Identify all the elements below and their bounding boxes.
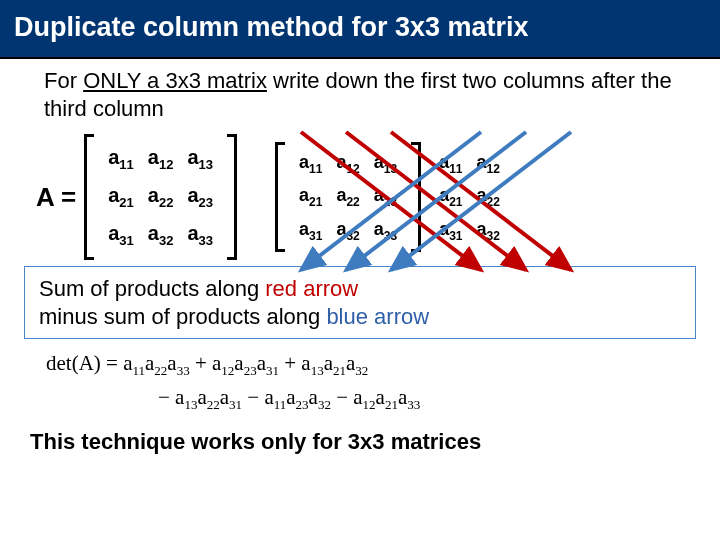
footnote-text: This technique works only for 3x3 matric… (0, 417, 720, 455)
cell: a (148, 146, 159, 168)
sub: 13 (184, 397, 197, 412)
a: a (257, 351, 266, 375)
sub: 11 (449, 161, 462, 175)
sub: 21 (309, 195, 322, 209)
ext-extra-grid: a11 a12 a21 a22 a31 a32 (425, 142, 514, 253)
sub: 12 (363, 397, 376, 412)
cell: a (336, 185, 346, 205)
cell: a (108, 184, 119, 206)
sub: 12 (487, 161, 500, 175)
sub: 11 (274, 397, 287, 412)
a: a (212, 351, 221, 375)
slide-title: Duplicate column method for 3x3 matrix (0, 0, 720, 59)
cell: a (299, 219, 309, 239)
cell: a (148, 222, 159, 244)
bracket-left-icon (275, 142, 285, 253)
minus-prefix: − a (158, 385, 184, 409)
sub: 22 (346, 195, 359, 209)
cell: a (439, 185, 449, 205)
cell: a (148, 184, 159, 206)
a: a (346, 351, 355, 375)
sub: 33 (177, 363, 190, 378)
sub: 13 (311, 363, 324, 378)
cell: a (187, 184, 198, 206)
cell: a (299, 185, 309, 205)
sub: 31 (119, 233, 133, 248)
sub: 12 (346, 161, 359, 175)
cell: a (477, 219, 487, 239)
matrix-a: A = a11 a12 a13 a21 a22 a23 a31 a32 a33 (36, 134, 237, 260)
cell: a (374, 185, 384, 205)
sub: 21 (119, 195, 133, 210)
sub: 32 (487, 228, 500, 242)
intro-underlined: ONLY a 3x3 matrix (83, 68, 267, 93)
bracket-left-icon (84, 134, 94, 260)
formula-line-1: det(A) = a11a22a33 + a12a23a31 + a13a21a… (46, 351, 680, 379)
sub: 31 (309, 228, 322, 242)
sub: 23 (199, 195, 213, 210)
bracket-right-icon (227, 134, 237, 260)
det-prefix: det(A) = a (46, 351, 132, 375)
sub: 32 (159, 233, 173, 248)
a: a (324, 351, 333, 375)
sub: 21 (449, 195, 462, 209)
a: a (309, 385, 318, 409)
a: a (264, 385, 273, 409)
matrix-a-grid: a11 a12 a13 a21 a22 a23 a31 a32 a33 (94, 134, 227, 260)
a: a (220, 385, 229, 409)
sub: 22 (154, 363, 167, 378)
sub: 31 (229, 397, 242, 412)
cell: a (374, 219, 384, 239)
red-arrow-text: red arrow (265, 276, 358, 301)
sub: 23 (384, 195, 397, 209)
sub: 31 (449, 228, 462, 242)
sub: 22 (159, 195, 173, 210)
cell: a (439, 219, 449, 239)
sub: 11 (132, 363, 145, 378)
cell: a (439, 152, 449, 172)
determinant-formula: det(A) = a11a22a33 + a12a23a31 + a13a21a… (0, 339, 720, 417)
blue-arrow-text: blue arrow (326, 304, 429, 329)
cell: a (108, 222, 119, 244)
sub: 13 (384, 161, 397, 175)
matrices-row: A = a11 a12 a13 a21 a22 a23 a31 a32 a33 (0, 128, 720, 266)
sub: 12 (159, 157, 173, 172)
sum-explanation-box: Sum of products along red arrow minus su… (24, 266, 696, 339)
bracket-right-icon (411, 142, 421, 253)
a: a (398, 385, 407, 409)
a: a (286, 385, 295, 409)
cell: a (299, 152, 309, 172)
sub: 32 (346, 228, 359, 242)
ext-main-grid: a11 a12 a13 a21 a22 a23 a31 a32 a33 (285, 142, 411, 253)
op: + (279, 351, 301, 375)
formula-line-2: − a13a22a31 − a11a23a32 − a12a21a33 (46, 385, 680, 413)
sub: 32 (318, 397, 331, 412)
matrix-a-label: A = (36, 182, 76, 213)
cell: a (187, 222, 198, 244)
op: − (242, 385, 264, 409)
extended-matrix: a11 a12 a13 a21 a22 a23 a31 a32 a33 a11 … (275, 142, 514, 253)
a: a (167, 351, 176, 375)
intro-pre: For (44, 68, 83, 93)
sub: 33 (384, 228, 397, 242)
sub: 33 (199, 233, 213, 248)
sub: 32 (355, 363, 368, 378)
sub: 31 (266, 363, 279, 378)
op: + (190, 351, 212, 375)
a: a (197, 385, 206, 409)
sum-part1: Sum of products along (39, 276, 265, 301)
cell: a (108, 146, 119, 168)
sub: 23 (296, 397, 309, 412)
cell: a (374, 152, 384, 172)
sub: 21 (385, 397, 398, 412)
sub: 13 (199, 157, 213, 172)
sub: 22 (487, 195, 500, 209)
a: a (376, 385, 385, 409)
op: − (331, 385, 353, 409)
sub: 11 (309, 161, 322, 175)
cell: a (336, 152, 346, 172)
sub: 12 (221, 363, 234, 378)
intro-text: For ONLY a 3x3 matrix write down the fir… (0, 59, 720, 128)
a: a (145, 351, 154, 375)
sum-part2: minus sum of products along (39, 304, 326, 329)
